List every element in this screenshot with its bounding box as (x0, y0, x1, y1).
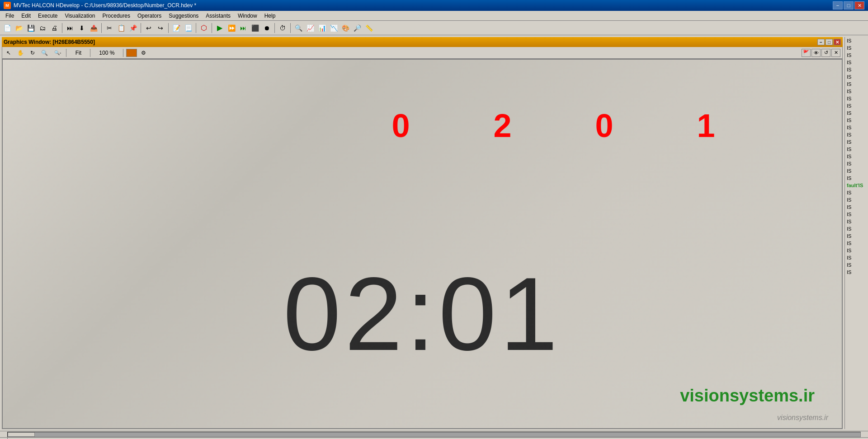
menu-execute[interactable]: Execute (34, 11, 61, 20)
is-item-15: IS (845, 138, 866, 146)
save-button[interactable]: 💾 (25, 23, 36, 33)
gw-sep-3 (123, 49, 123, 57)
open-button[interactable]: 📂 (14, 23, 24, 33)
is-item-16: IS (845, 146, 866, 153)
watermark-small: visionsystems.ir (777, 414, 828, 422)
step-single-button[interactable]: ⏭ (238, 23, 249, 33)
export-button[interactable]: 📤 (88, 23, 99, 33)
is-item-4: IS (845, 59, 866, 66)
toolbar-sep-7 (274, 23, 275, 33)
toolbar-sep-4 (168, 23, 169, 33)
gw-pointer-button[interactable]: ↖ (4, 48, 13, 57)
inspect-button[interactable]: 🔎 (352, 23, 363, 33)
step-over-button[interactable]: ⏭ (65, 23, 75, 33)
right-panel: IS IS IS IS IS IS IS IS IS IS IS IS IS I… (844, 37, 866, 429)
scroll-track[interactable] (7, 432, 861, 437)
graphics-window: Graphics Window: [H26E864B5550] − □ ✕ ↖ … (2, 37, 843, 429)
gw-zoomout-button[interactable]: 🔍- (52, 48, 63, 57)
minimize-button[interactable]: − (833, 1, 843, 9)
maximize-button[interactable]: □ (844, 1, 854, 9)
histogram-button[interactable]: 📉 (328, 23, 339, 33)
menu-operators[interactable]: Operators (134, 11, 165, 20)
is-item-1: IS (845, 37, 866, 44)
ocr-digits-overlay: 0 2 0 1 (350, 107, 757, 144)
toolbar-sep-5 (196, 23, 196, 33)
is-item-11: IS (845, 109, 866, 117)
undo-button[interactable]: ↩ (143, 23, 154, 33)
is-item-31: IS (845, 254, 866, 261)
is-item-13: IS (845, 124, 866, 131)
step-button[interactable]: ⏩ (226, 23, 237, 33)
is-item-30: IS (845, 247, 866, 254)
save-all-button[interactable]: 🗂 (37, 23, 48, 33)
cut-button[interactable]: ✂ (104, 23, 115, 33)
scroll-thumb[interactable] (8, 432, 35, 437)
menu-procedures[interactable]: Procedures (99, 11, 134, 20)
gw-rotate-button[interactable]: ↻ (28, 48, 37, 57)
gw-minimize-button[interactable]: − (817, 39, 825, 45)
run-button[interactable]: ▶ (214, 23, 225, 33)
step-into-button[interactable]: ⬇ (76, 23, 87, 33)
halt-button[interactable]: ⬡ (198, 23, 209, 33)
gw-settings-button[interactable]: ⚙ (139, 48, 148, 57)
gw-spin-button[interactable]: ↺ (821, 49, 830, 57)
timer-button[interactable]: ⏱ (277, 23, 288, 33)
gw-maximize-button[interactable]: □ (826, 39, 833, 45)
gw-color-button[interactable] (126, 49, 137, 57)
gw-titlebar-buttons: − □ ✕ (817, 39, 841, 45)
menu-window[interactable]: Window (234, 11, 261, 20)
graphics-window-title: Graphics Window: [H26E864B5550] (4, 39, 95, 45)
menu-help[interactable]: Help (261, 11, 279, 20)
copy-button[interactable]: 📋 (116, 23, 127, 33)
title-bar: M MVTec HALCON HDevelop - C:/Users/98936… (0, 0, 868, 11)
procedure2-button[interactable]: 📃 (183, 23, 193, 33)
paste-button[interactable]: 📌 (127, 23, 138, 33)
is-item-6: IS (845, 73, 866, 80)
is-item-28: IS (845, 232, 866, 240)
gw-zoom-display[interactable]: 100 % (93, 48, 120, 57)
record-button[interactable]: ⏺ (261, 23, 272, 33)
main-toolbar: 📄 📂 💾 🗂 🖨 ⏭ ⬇ 📤 ✂ 📋 📌 ↩ ↪ 📝 📃 ⬡ ▶ ⏩ ⏭ ⬛ … (0, 21, 868, 35)
is-item-24: IS (845, 203, 866, 211)
is-item-27: IS (845, 225, 866, 232)
main-area: Graphics Window: [H26E864B5550] − □ ✕ ↖ … (0, 35, 868, 431)
is-item-2: IS (845, 44, 866, 52)
app-icon: M (4, 2, 11, 9)
new-button[interactable]: 📄 (2, 23, 13, 33)
menu-assistants[interactable]: Assistants (202, 11, 234, 20)
lut-button[interactable]: 🎨 (340, 23, 351, 33)
gw-fit-button[interactable]: Fit (69, 48, 87, 57)
bar-button[interactable]: 📊 (316, 23, 327, 33)
is-item-3: IS (845, 52, 866, 59)
menu-suggestions[interactable]: Suggestions (165, 11, 202, 20)
clock-display: 02:01 (283, 254, 561, 374)
toolbar-sep-1 (62, 23, 62, 33)
status-bar (0, 437, 868, 439)
redo-button[interactable]: ↪ (155, 23, 166, 33)
is-item-33: IS (845, 269, 866, 276)
graphics-window-content: 0 2 0 1 02:01 visionsystems.ir visionsys… (2, 59, 843, 429)
gw-close-button[interactable]: ✕ (834, 39, 841, 45)
gw-eye-button[interactable]: 👁 (811, 49, 821, 57)
bottom-scrollbar[interactable] (0, 431, 868, 437)
zoom-fit-button[interactable]: 🔍 (293, 23, 304, 33)
line-button[interactable]: 📈 (305, 23, 316, 33)
is-item-26: IS (845, 218, 866, 225)
measure-button[interactable]: 📏 (363, 23, 374, 33)
toolbar-sep-3 (141, 23, 141, 33)
is-item-8: IS (845, 88, 866, 95)
ocr-digit-2: 2 (493, 107, 511, 144)
menu-visualization[interactable]: Visualization (61, 11, 99, 20)
print-button[interactable]: 🖨 (49, 23, 60, 33)
menu-edit[interactable]: Edit (18, 11, 34, 20)
menu-file[interactable]: File (2, 11, 18, 20)
close-button[interactable]: ✕ (854, 1, 864, 9)
gw-cross-button[interactable]: ✕ (831, 49, 840, 57)
stop-button[interactable]: ⬛ (250, 23, 260, 33)
gw-move-button[interactable]: ✋ (15, 48, 26, 57)
toolbar-sep-6 (212, 23, 212, 33)
procedure-button[interactable]: 📝 (171, 23, 182, 33)
gw-zoomin-button[interactable]: 🔍 (39, 48, 50, 57)
gw-flag-button[interactable]: 🚩 (802, 49, 811, 57)
graphics-window-titlebar: Graphics Window: [H26E864B5550] − □ ✕ (2, 37, 843, 47)
